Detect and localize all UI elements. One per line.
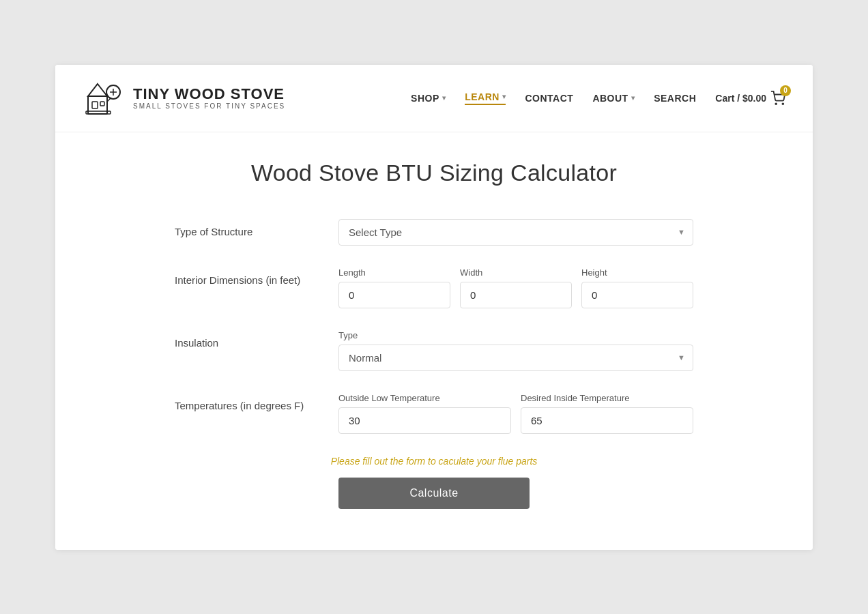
nav-item-search[interactable]: SEARCH (654, 93, 696, 104)
chevron-down-icon: ▾ (631, 94, 635, 102)
svg-marker-1 (88, 84, 107, 96)
header: TINY WOOD STOVE SMALL STOVES FOR TINY SP… (55, 65, 813, 132)
svg-rect-2 (92, 102, 98, 108)
dimensions-inputs: Length Width Height (338, 267, 693, 308)
svg-point-9 (775, 103, 777, 104)
nav-item-contact[interactable]: CONTACT (525, 93, 573, 104)
nav-label-learn: LEARN (465, 91, 500, 102)
width-input[interactable] (460, 282, 572, 308)
cart-badge: 0 (780, 85, 791, 96)
page-wrapper: TINY WOOD STOVE SMALL STOVES FOR TINY SP… (55, 65, 813, 550)
logo-icon (83, 77, 125, 119)
chevron-down-icon: ▾ (502, 93, 506, 100)
desired-inside-input[interactable] (521, 407, 693, 434)
outside-low-label: Outside Low Temperature (338, 393, 511, 403)
insulation-label: Insulation (175, 330, 325, 349)
nav-item-shop[interactable]: SHOP ▾ (411, 93, 446, 104)
dimensions-label: Interior Dimensions (in feet) (175, 267, 325, 286)
inside-temp-group: Desired Inside Temperature (521, 393, 693, 434)
cart-label: Cart / $0.00 (715, 93, 766, 104)
insulation-row: Insulation Type Normal Poor Good Excelle… (175, 330, 693, 371)
length-label: Length (338, 267, 450, 278)
length-group: Length (338, 267, 450, 308)
calculator-form: Type of Structure Select Type House Cabi… (175, 219, 693, 509)
width-group: Width (460, 267, 572, 308)
insulation-select[interactable]: Normal Poor Good Excellent (338, 345, 693, 371)
desired-inside-label: Desired Inside Temperature (521, 393, 693, 403)
page-title: Wood Stove BTU Sizing Calculator (110, 160, 758, 186)
calculate-button[interactable]: Calculate (338, 478, 530, 509)
nav-label-contact: CONTACT (525, 93, 573, 104)
temperatures-fields: Outside Low Temperature Desired Inside T… (338, 393, 693, 434)
temp-inputs: Outside Low Temperature Desired Inside T… (338, 393, 693, 434)
cart-icon-wrap: 0 (770, 91, 785, 106)
main-content: Wood Stove BTU Sizing Calculator Type of… (55, 132, 813, 550)
logo-title: TINY WOOD STOVE (133, 86, 285, 102)
insulation-type-label: Type (338, 330, 693, 340)
logo-subtitle: SMALL STOVES FOR TINY SPACES (133, 102, 285, 110)
nav-label-shop: SHOP (411, 93, 439, 104)
nav-item-learn[interactable]: LEARN ▾ (465, 91, 506, 105)
type-select[interactable]: Select Type House Cabin Tent Van Tiny Ho… (338, 219, 693, 246)
chevron-down-icon: ▾ (442, 94, 446, 102)
dimensions-fields: Length Width Height (338, 267, 693, 308)
validation-message: Please fill out the form to caculate you… (175, 456, 693, 467)
width-label: Width (460, 267, 572, 278)
height-label: Height (581, 267, 693, 278)
length-input[interactable] (338, 282, 450, 308)
dimensions-row: Interior Dimensions (in feet) Length Wid… (175, 267, 693, 308)
outside-temp-group: Outside Low Temperature (338, 393, 511, 434)
insulation-fields: Type Normal Poor Good Excellent (338, 330, 693, 371)
nav-item-about[interactable]: ABOUT ▾ (592, 93, 635, 104)
temperatures-label: Temperatures (in degrees F) (175, 393, 325, 411)
type-of-structure-fields: Select Type House Cabin Tent Van Tiny Ho… (338, 219, 693, 246)
insulation-select-wrapper: Normal Poor Good Excellent (338, 345, 693, 371)
svg-rect-3 (100, 102, 104, 106)
type-of-structure-row: Type of Structure Select Type House Cabi… (175, 219, 693, 246)
nav-label-about: ABOUT (592, 93, 628, 104)
nav-label-search: SEARCH (654, 93, 696, 104)
outside-low-input[interactable] (338, 407, 511, 434)
nav: SHOP ▾ LEARN ▾ CONTACT ABOUT ▾ SEARCH Ca… (411, 91, 785, 106)
temperatures-row: Temperatures (in degrees F) Outside Low … (175, 393, 693, 434)
logo-text: TINY WOOD STOVE SMALL STOVES FOR TINY SP… (133, 86, 285, 110)
logo-area: TINY WOOD STOVE SMALL STOVES FOR TINY SP… (83, 77, 285, 119)
height-input[interactable] (581, 282, 693, 308)
type-select-wrapper: Select Type House Cabin Tent Van Tiny Ho… (338, 219, 693, 246)
svg-point-10 (782, 103, 783, 104)
height-group: Height (581, 267, 693, 308)
type-of-structure-label: Type of Structure (175, 219, 325, 237)
cart-area[interactable]: Cart / $0.00 0 (715, 91, 785, 106)
